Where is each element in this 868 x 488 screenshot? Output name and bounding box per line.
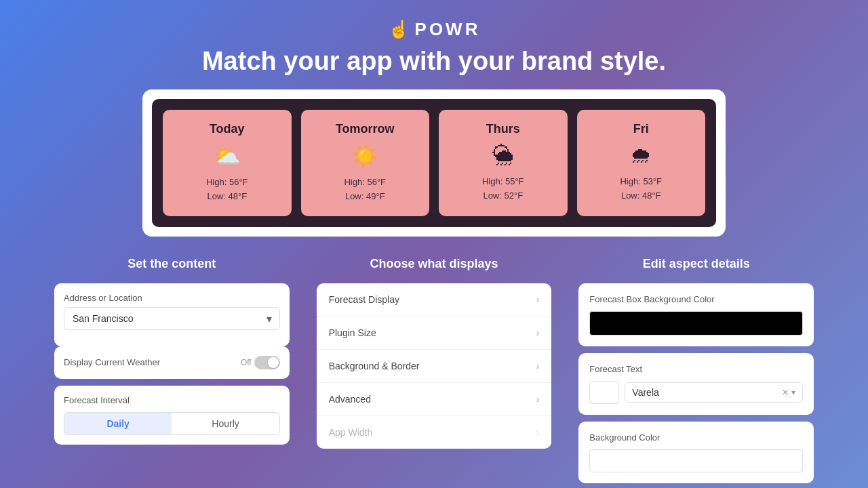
font-select-text: Varela bbox=[632, 387, 782, 398]
address-select-wrapper[interactable]: San Francisco bbox=[64, 307, 280, 330]
icon-fri: 🌧 bbox=[585, 143, 698, 168]
high-tomorrow: High: 56°F bbox=[309, 176, 422, 190]
bottom-section: Set the content Address or Location San … bbox=[0, 257, 868, 483]
plugin-size-arrow: › bbox=[536, 327, 540, 338]
headline: Match your app with your brand style. bbox=[0, 47, 868, 76]
low-fri: Low: 48°F bbox=[585, 189, 698, 203]
weather-card-tomorrow: Tomorrow ☀️ High: 56°F Low: 49°F bbox=[301, 110, 430, 216]
icon-thurs: 🌦 bbox=[447, 143, 559, 168]
display-panel: Choose what displays Forecast Display › … bbox=[303, 257, 566, 449]
weather-card-thurs: Thurs 🌦 High: 55°F Low: 52°F bbox=[439, 110, 568, 216]
temps-fri: High: 53°F Low: 48°F bbox=[585, 175, 698, 203]
toggle-off-text: Off bbox=[241, 358, 252, 367]
background-color-label: Background Color bbox=[589, 432, 803, 443]
font-clear-icon[interactable]: ✕ bbox=[782, 388, 789, 397]
temps-tomorrow: High: 56°F Low: 49°F bbox=[309, 176, 422, 204]
plugin-size-label: Plugin Size bbox=[329, 327, 376, 338]
temps-thurs: High: 55°F Low: 52°F bbox=[447, 175, 559, 203]
forecast-display-arrow: › bbox=[536, 294, 540, 305]
content-title: Set the content bbox=[54, 257, 290, 271]
weather-card-fri: Fri 🌧 High: 53°F Low: 48°F bbox=[577, 110, 706, 216]
address-field-group: Address or Location San Francisco bbox=[64, 293, 280, 330]
bg-color-card: Forecast Box Background Color bbox=[578, 283, 814, 346]
display-weather-label: Display Current Weather bbox=[64, 357, 160, 367]
high-fri: High: 53°F bbox=[585, 175, 698, 189]
low-tomorrow: Low: 49°F bbox=[309, 190, 422, 204]
menu-item-background-border[interactable]: Background & Border › bbox=[317, 350, 552, 383]
high-today: High: 56°F bbox=[171, 176, 283, 190]
font-select-wrapper[interactable]: Varela ✕ ▾ bbox=[625, 382, 803, 403]
toggle-wrapper[interactable]: Off bbox=[241, 356, 280, 369]
forecast-display-label: Forecast Display bbox=[329, 294, 399, 305]
weather-card-today: Today ⛅ High: 56°F Low: 48°F bbox=[163, 110, 292, 216]
background-color-card: Background Color bbox=[578, 422, 814, 483]
address-select[interactable]: San Francisco bbox=[64, 307, 280, 330]
advanced-label: Advanced bbox=[329, 394, 371, 405]
address-label: Address or Location bbox=[64, 293, 280, 303]
address-card: Address or Location San Francisco bbox=[54, 283, 290, 346]
day-tomorrow: Tomorrow bbox=[309, 122, 422, 136]
forecast-text-card: Forecast Text Varela ✕ ▾ bbox=[578, 353, 814, 415]
background-color-input[interactable] bbox=[589, 449, 803, 472]
low-today: Low: 48°F bbox=[171, 190, 283, 204]
interval-group: Forecast Interval Daily Hourly bbox=[54, 386, 290, 445]
background-border-arrow: › bbox=[536, 361, 540, 371]
app-width-label: App Width bbox=[329, 427, 373, 438]
toggle-switch[interactable] bbox=[254, 356, 280, 369]
app-width-arrow: › bbox=[536, 427, 540, 438]
display-title: Choose what displays bbox=[317, 257, 552, 271]
bg-color-label: Forecast Box Background Color bbox=[589, 294, 803, 304]
bg-color-swatch[interactable] bbox=[589, 311, 803, 336]
menu-item-advanced[interactable]: Advanced › bbox=[317, 383, 552, 416]
interval-label: Forecast Interval bbox=[64, 395, 280, 405]
menu-item-app-width[interactable]: App Width › bbox=[317, 416, 552, 449]
edit-panel: Edit aspect details Forecast Box Backgro… bbox=[565, 257, 827, 483]
daily-button[interactable]: Daily bbox=[64, 413, 172, 434]
low-thurs: Low: 52°F bbox=[447, 189, 559, 203]
icon-today: ⛅ bbox=[171, 143, 283, 169]
weather-inner: Today ⛅ High: 56°F Low: 48°F Tomorrow ☀️… bbox=[152, 99, 716, 227]
logo: ☝ POWR bbox=[0, 19, 868, 40]
menu-list: Forecast Display › Plugin Size › Backgro… bbox=[317, 283, 552, 449]
content-panel: Set the content Address or Location San … bbox=[41, 257, 303, 445]
temps-today: High: 56°F Low: 48°F bbox=[171, 176, 283, 204]
edit-title: Edit aspect details bbox=[578, 257, 814, 271]
header: ☝ POWR Match your app with your brand st… bbox=[0, 0, 868, 89]
background-border-label: Background & Border bbox=[329, 361, 420, 371]
font-color-swatch[interactable] bbox=[589, 381, 619, 404]
day-fri: Fri bbox=[585, 122, 698, 136]
icon-tomorrow: ☀️ bbox=[309, 143, 422, 169]
day-thurs: Thurs bbox=[447, 122, 559, 136]
logo-text: POWR bbox=[415, 19, 481, 40]
font-dropdown-icon[interactable]: ▾ bbox=[791, 388, 795, 397]
powr-icon: ☝ bbox=[388, 19, 410, 40]
interval-buttons: Daily Hourly bbox=[64, 412, 280, 435]
menu-item-forecast-display[interactable]: Forecast Display › bbox=[317, 283, 552, 317]
advanced-arrow: › bbox=[536, 394, 540, 405]
weather-preview: Today ⛅ High: 56°F Low: 48°F Tomorrow ☀️… bbox=[142, 89, 726, 237]
hourly-button[interactable]: Hourly bbox=[172, 413, 279, 434]
display-weather-row: Display Current Weather Off bbox=[54, 346, 290, 379]
font-row: Varela ✕ ▾ bbox=[589, 381, 803, 404]
forecast-text-label: Forecast Text bbox=[589, 364, 803, 374]
day-today: Today bbox=[171, 122, 283, 136]
high-thurs: High: 55°F bbox=[447, 175, 559, 189]
menu-item-plugin-size[interactable]: Plugin Size › bbox=[317, 317, 552, 350]
